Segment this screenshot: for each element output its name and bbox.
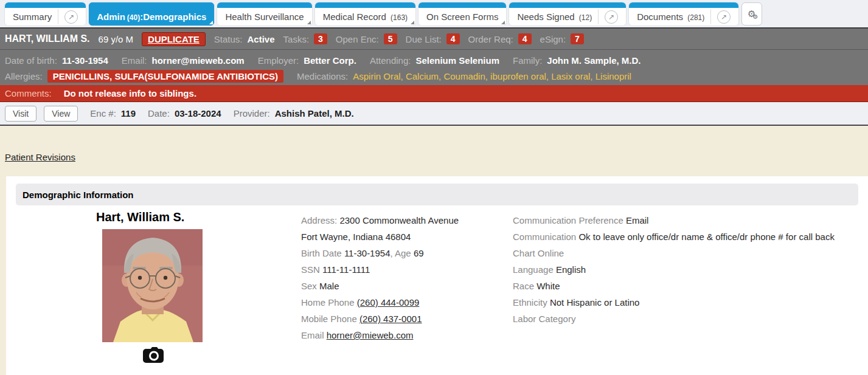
preferences-column: Communication Preference Email Communica… — [513, 212, 868, 327]
tab-health-surveillance[interactable]: Health Surveillance — [217, 2, 311, 26]
enc-date-label: Date: — [148, 108, 170, 119]
communication-row: Communication Ok to leave only office/dr… — [513, 229, 868, 245]
gear-small-icon: ⚙ — [752, 13, 755, 20]
tasks-count-badge[interactable]: 3 — [314, 33, 327, 44]
view-button[interactable]: View — [44, 106, 78, 122]
tab-accent-strip — [315, 2, 415, 8]
tab-divider — [58, 9, 58, 24]
patient-age-sex: 69 y/o M — [99, 34, 134, 44]
popout-icon[interactable]: ↗ — [64, 10, 78, 24]
attending-value: Selenium Selenium — [415, 55, 499, 66]
patient-name: HART, WILLIAM S. — [5, 33, 90, 44]
tab-on-screen-forms[interactable]: On Screen Forms — [418, 2, 506, 26]
order-req-label: Order Req: — [468, 34, 513, 44]
attending-label: Attending: — [370, 55, 411, 66]
tab-admin-count: (40) — [127, 13, 140, 22]
dob-label: Date of birth: — [5, 55, 57, 66]
tab-admin-suffix: :Demographics — [140, 12, 206, 22]
birth-date-value: 11-30-1954 — [344, 248, 391, 258]
visit-button[interactable]: Visit — [5, 106, 36, 122]
home-phone-link[interactable]: (260) 444-0099 — [357, 297, 420, 308]
tab-admin-demographics[interactable]: Admin(40):Demographics — [89, 2, 214, 26]
tab-summary[interactable]: Summary ↗ — [5, 2, 86, 26]
settings-gears-button[interactable]: ⚙⚙ — [741, 2, 762, 26]
tab-medical-count: (163) — [391, 13, 408, 22]
sex-label: Sex — [301, 281, 317, 291]
chart-online-label: Chart Online — [513, 248, 564, 258]
duplicate-badge[interactable]: DUPLICATE — [142, 32, 206, 46]
home-phone-label: Home Phone — [301, 297, 355, 308]
labor-category-label: Labor Category — [513, 314, 575, 324]
email-link[interactable]: horner@mieweb.com — [327, 330, 414, 340]
mobile-phone-row: Mobile Phone (260) 437-0001 — [301, 311, 511, 327]
sex-value: Male — [319, 281, 339, 291]
patient-photo — [102, 229, 203, 342]
address-row: Address: 2300 Commonwealth Avenue — [301, 212, 511, 229]
tab-medical-record[interactable]: Medical Record (163) — [315, 2, 415, 26]
contact-info-column: Address: 2300 Commonwealth Avenue Fort W… — [301, 212, 511, 343]
chart-tab-bar: Summary ↗ Admin(40):Demographics Health … — [0, 0, 868, 27]
tab-needs-signed[interactable]: Needs Signed (12) ↗ — [509, 2, 626, 26]
ssn-row: SSN 111-11-1111 — [301, 261, 511, 278]
patient-details-banner: Date of birth: 11-30-1954 Email: horner@… — [0, 49, 868, 85]
tab-accent-strip — [418, 2, 506, 8]
status-value: Active — [248, 34, 275, 44]
language-row: Language English — [513, 261, 868, 278]
tab-accent-strip — [89, 2, 214, 8]
tab-accent-strip — [5, 2, 86, 8]
open-enc-count-badge[interactable]: 5 — [384, 33, 397, 44]
comments-text: Do not release info to siblings. — [64, 88, 196, 98]
tab-needs-signed-count: (12) — [579, 13, 592, 22]
camera-icon[interactable] — [142, 346, 164, 363]
medications-list[interactable]: Aspirin Oral, Calcium, Coumadin, ibuprof… — [353, 71, 631, 81]
comments-bar: Comments: Do not release info to sibling… — [0, 85, 868, 102]
tab-documents[interactable]: Documents (281) ↗ — [629, 2, 738, 26]
ethnicity-row: Ethnicity Not Hispanic or Latino — [513, 294, 868, 311]
ethnicity-value: Not Hispanic or Latino — [550, 297, 640, 308]
due-list-count-badge[interactable]: 4 — [446, 33, 460, 44]
tab-accent-strip — [629, 2, 738, 8]
provider-label: Provider: — [234, 108, 270, 119]
esign-count-badge[interactable]: 7 — [571, 33, 584, 44]
open-enc-label: Open Enc: — [336, 34, 379, 44]
demographics-panel: Demographic Information Hart, William S. — [6, 176, 868, 375]
age-label: , Age — [391, 248, 411, 258]
email-label: Email: — [122, 55, 147, 66]
comm-pref-label: Communication Preference — [513, 215, 623, 225]
tab-medical-label: Medical Record (163) — [323, 12, 408, 22]
order-req-count-badge[interactable]: 4 — [518, 33, 532, 44]
status-label: Status: — [214, 34, 243, 44]
tab-documents-label: Documents (281) — [637, 12, 704, 22]
birth-date-row: Birth Date 11-30-1954, Age 69 — [301, 245, 511, 261]
labor-category-row: Labor Category — [513, 311, 868, 327]
demographics-patient-name: Hart, William S. — [96, 210, 184, 224]
address-label: Address: — [301, 215, 337, 225]
tab-accent-strip — [217, 2, 311, 8]
dob-value: 11-30-1954 — [62, 55, 108, 66]
family-value: John M. Sample, M.D. — [547, 55, 641, 66]
popout-icon[interactable]: ↗ — [605, 10, 618, 24]
ssn-value: 111-11-1111 — [322, 264, 370, 275]
mobile-phone-link[interactable]: (260) 437-0001 — [359, 314, 422, 324]
chart-online-row: Chart Online — [513, 245, 868, 261]
due-list-label: Due List: — [406, 34, 442, 44]
comments-label: Comments: — [5, 88, 52, 98]
sex-row: Sex Male — [301, 278, 511, 294]
allergies-badge[interactable]: PENICILLINS, SULFA(SULFONAMIDE ANTIBIOTI… — [47, 70, 283, 83]
race-value: White — [536, 281, 560, 291]
esign-label: eSign: — [540, 34, 566, 44]
tab-admin-label: Admin(40):Demographics — [97, 12, 206, 22]
email-label: Email — [301, 330, 324, 340]
age-value: 69 — [414, 248, 424, 258]
email-row: Email horner@mieweb.com — [301, 327, 511, 343]
allergies-label: Allergies: — [5, 71, 43, 81]
chevron-corner-icon — [411, 21, 414, 24]
language-value: English — [556, 264, 586, 275]
tab-divider — [598, 9, 599, 24]
employer-label: Employer: — [258, 55, 299, 66]
tasks-label: Tasks: — [283, 34, 310, 44]
birth-date-label: Birth Date — [301, 248, 342, 258]
chevron-corner-icon — [209, 21, 213, 24]
patient-revisions-link[interactable]: Patient Revisions — [5, 152, 75, 162]
popout-icon[interactable]: ↗ — [717, 10, 731, 24]
